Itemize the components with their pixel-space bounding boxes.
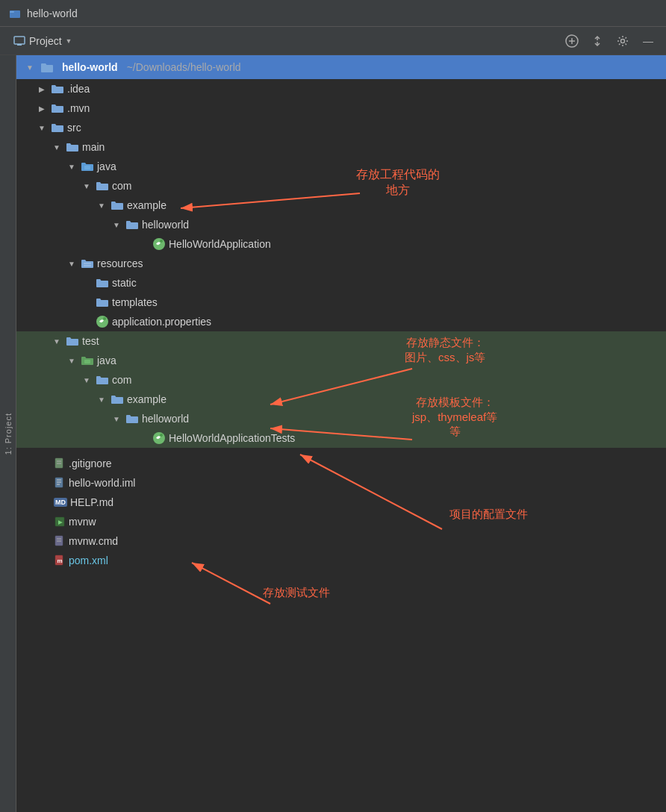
tree-item-gitignore[interactable]: .gitignore (16, 454, 666, 473)
title-bar-folder-icon (9, 7, 21, 19)
helpmd-label: HELP.md (70, 496, 113, 508)
helloworld-test-arrow-icon (111, 413, 122, 425)
com-test-folder-icon (96, 375, 109, 385)
add-button[interactable] (561, 31, 582, 51)
example-test-label: example (127, 393, 166, 405)
mvnw-icon: ▶ (54, 516, 66, 528)
java-test-label: java (97, 355, 116, 366)
src-label: src (67, 122, 81, 134)
main-arrow-icon (51, 141, 63, 153)
md-icon: MD (54, 498, 67, 507)
tree-item-mvnw[interactable]: ▶ mvnw (16, 512, 666, 531)
svg-rect-17 (84, 360, 90, 363)
com-label: com (112, 180, 131, 192)
svg-rect-3 (17, 44, 22, 46)
annotation-test: 存放测试文件 (263, 585, 330, 600)
settings-button[interactable] (612, 31, 633, 51)
mvn-label: .mvn (67, 102, 90, 114)
tree-item-test[interactable]: test (16, 331, 666, 351)
helloworld-test-label: helloworld (142, 413, 189, 425)
example-folder-icon (111, 200, 124, 210)
tree-panel[interactable]: hello-world ~/Downloads/hello-world .ide… (16, 55, 666, 812)
test-folder-icon (66, 336, 79, 346)
root-name: hello-world (62, 61, 118, 73)
title-bar: hello-world (0, 0, 666, 27)
tree-item-mvn[interactable]: .mvn (16, 99, 666, 118)
static-label: static (112, 277, 137, 289)
tree-item-pomxml[interactable]: m pom.xml (16, 551, 666, 570)
java-test-folder-icon (81, 355, 94, 366)
mvn-folder-icon (51, 103, 64, 113)
spring-test-icon (152, 431, 166, 445)
helloworld-test-folder-icon (125, 413, 139, 424)
example-test-folder-icon (111, 394, 124, 405)
tree-item-main[interactable]: main (16, 137, 666, 157)
tree-item-src[interactable]: src (16, 118, 666, 137)
helloworld-folder-icon (125, 219, 139, 230)
tree-item-static[interactable]: static (16, 273, 666, 293)
dropdown-arrow-icon: ▼ (66, 37, 72, 45)
minimize-button[interactable]: — (638, 31, 659, 51)
java-label: java (97, 160, 116, 172)
templates-label: templates (112, 296, 158, 308)
project-dropdown-button[interactable]: Project ▼ (7, 32, 78, 50)
tree-item-appprops[interactable]: application.properties (16, 312, 666, 331)
svg-rect-1 (10, 11, 14, 13)
main-content: 1: Project hello-world ~/Downloads/hello… (0, 55, 666, 812)
helloworld-arrow-icon (111, 219, 122, 231)
example-arrow-icon (96, 199, 108, 211)
src-folder-icon (51, 122, 64, 133)
tree-item-helloworldapp[interactable]: HelloWorldApplication (16, 234, 666, 254)
example-label: example (127, 199, 166, 211)
root-folder-icon (40, 61, 54, 73)
pom-icon: m (54, 555, 66, 566)
tree-item-idea[interactable]: .idea (16, 79, 666, 99)
test-arrow-icon (51, 335, 63, 347)
tree-item-helloworld[interactable]: helloworld (16, 215, 666, 234)
com-test-arrow-icon (81, 374, 93, 386)
appprops-icon (96, 315, 109, 328)
svg-point-12 (160, 240, 163, 243)
svg-point-19 (160, 434, 163, 437)
tree-item-resources[interactable]: resources (16, 254, 666, 273)
mvn-arrow-icon (36, 102, 48, 114)
helloworld-label: helloworld (142, 219, 189, 231)
idea-folder-icon (51, 84, 64, 94)
helloworldapptests-label: HelloWorldApplicationTests (169, 432, 295, 444)
gitignore-label: .gitignore (69, 457, 112, 469)
com-test-label: com (112, 374, 131, 386)
helloworldapp-label: HelloWorldApplication (169, 238, 271, 250)
tree-item-example[interactable]: example (16, 196, 666, 215)
mvnw-label: mvnw (69, 516, 96, 528)
tree-item-com-test[interactable]: com (16, 370, 666, 390)
iml-icon (54, 477, 66, 489)
main-label: main (82, 141, 105, 153)
tree-item-example-test[interactable]: example (16, 390, 666, 409)
tree-item-helpmd[interactable]: MD HELP.md (16, 493, 666, 512)
title-bar-title: hello-world (27, 7, 78, 19)
tree-root-item[interactable]: hello-world ~/Downloads/hello-world (16, 55, 666, 79)
test-label: test (82, 335, 99, 347)
tree-item-com[interactable]: com (16, 176, 666, 196)
collapse-button[interactable] (587, 31, 608, 51)
tree-item-mvnwcmd[interactable]: mvnw.cmd (16, 531, 666, 551)
src-arrow-icon (36, 122, 48, 134)
java-arrow-icon (66, 160, 78, 172)
tree-item-java-test[interactable]: java (16, 351, 666, 370)
edge-tab[interactable]: 1: Project (0, 55, 16, 812)
tree-item-iml[interactable]: hello-world.iml (16, 473, 666, 493)
svg-point-16 (103, 317, 106, 320)
tree-item-helloworldapptests[interactable]: HelloWorldApplicationTests (16, 428, 666, 448)
gitignore-icon (54, 457, 66, 469)
spring-boot-icon (152, 237, 166, 251)
svg-rect-2 (14, 37, 25, 44)
tree-item-helloworld-test[interactable]: helloworld (16, 409, 666, 428)
svg-point-9 (621, 39, 625, 43)
com-arrow-icon (81, 180, 93, 192)
com-folder-icon (96, 181, 109, 191)
project-label: Project (29, 35, 62, 47)
tree-item-java[interactable]: java (16, 157, 666, 176)
tree-item-templates[interactable]: templates (16, 293, 666, 312)
mvnwcmd-label: mvnw.cmd (69, 535, 118, 547)
example-test-arrow-icon (96, 393, 108, 405)
